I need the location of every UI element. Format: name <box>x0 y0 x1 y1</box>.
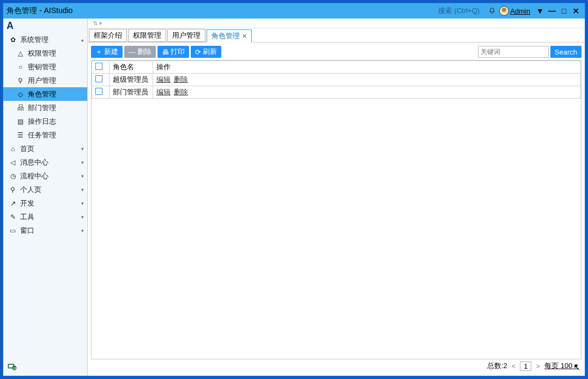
op-cell: 编辑删除 <box>153 74 581 86</box>
print-label: 打印 <box>171 47 185 57</box>
person-icon: ⚲ <box>9 185 17 194</box>
task-icon: ☰ <box>16 131 25 139</box>
win-icon: ▭ <box>9 226 17 234</box>
nav-item-流程中心[interactable]: ◷流程中心▾ <box>3 169 87 183</box>
user-name[interactable]: Admin <box>510 7 530 15</box>
nav-item-消息中心[interactable]: ◁消息中心▾ <box>3 155 87 169</box>
tab-权限管理[interactable]: 权限管理 <box>128 29 166 42</box>
quick-access-strip: ⇅ ▾ <box>88 19 585 28</box>
chevron-icon: ▾ <box>81 173 84 179</box>
table-row: 超级管理员编辑删除 <box>92 74 581 86</box>
nav-item-窗口[interactable]: ▭窗口▾ <box>3 224 87 237</box>
table-row: 部门管理员编辑删除 <box>92 86 581 99</box>
search-button[interactable]: Search <box>550 46 581 58</box>
nav-item-首页[interactable]: ⌂首页▾ <box>3 142 87 155</box>
add-button[interactable]: ＋ 新建 <box>91 46 123 58</box>
bell-icon[interactable] <box>488 7 496 15</box>
delete-link[interactable]: 删除 <box>174 75 188 83</box>
home-icon: ⌂ <box>9 145 17 153</box>
tab-角色管理[interactable]: 角色管理✕ <box>207 29 252 43</box>
lock-icon: △ <box>16 49 25 57</box>
prev-page-button[interactable]: < <box>511 362 517 370</box>
tab-label: 权限管理 <box>133 31 161 40</box>
nav-item-角色管理[interactable]: ◇角色管理 <box>3 87 87 101</box>
dropdown-icon[interactable]: ▼ <box>535 5 545 16</box>
nav-label: 权限管理 <box>28 49 56 58</box>
nav-item-操作日志[interactable]: ▤操作日志 <box>3 115 87 128</box>
add-label: 新建 <box>104 47 118 57</box>
app-window: 角色管理 - AIStudio 搜索 (Ctrl+Q) Admin ▼ — □ … <box>3 3 585 376</box>
svg-text:19: 19 <box>13 366 16 370</box>
nav-item-工具[interactable]: ✎工具▾ <box>3 210 87 224</box>
checkbox-icon[interactable] <box>95 63 102 70</box>
sidebar: A ✿系统管理▴△权限管理○密钥管理⚲用户管理◇角色管理品部门管理▤操作日志☰任… <box>3 19 88 376</box>
print-button[interactable]: 🖶 打印 <box>157 46 189 58</box>
nav-label: 用户管理 <box>28 76 56 86</box>
nav-label: 个人页 <box>20 185 41 195</box>
close-button[interactable]: ✕ <box>571 5 581 16</box>
nav-label: 部门管理 <box>28 103 56 113</box>
content-area: ⇅ ▾ 框架介绍权限管理用户管理角色管理✕ ＋ 新建 — 删除 🖶 打印 <box>88 19 585 376</box>
delete-link[interactable]: 删除 <box>174 88 188 96</box>
op-cell: 编辑删除 <box>153 86 581 99</box>
role-header: 角色名 <box>110 61 153 74</box>
app-logo: A <box>3 19 87 33</box>
maximize-button[interactable]: □ <box>559 5 569 16</box>
nav-label: 工具 <box>20 212 34 222</box>
titlebar: 角色管理 - AIStudio 搜索 (Ctrl+Q) Admin ▼ — □ … <box>3 3 585 19</box>
key-icon: ○ <box>16 63 25 71</box>
window-title: 角色管理 - AIStudio <box>7 6 72 16</box>
nav-label: 流程中心 <box>20 171 49 181</box>
nav-label: 窗口 <box>20 226 34 236</box>
page-number[interactable]: 1 <box>520 362 531 371</box>
edit-link[interactable]: 编辑 <box>156 88 171 96</box>
next-page-button[interactable]: > <box>535 362 541 370</box>
tab-框架介绍[interactable]: 框架介绍 <box>89 29 127 42</box>
total-label: 总数:2 <box>487 361 507 371</box>
nav-item-个人页[interactable]: ⚲个人页▾ <box>3 183 87 196</box>
main-panel: ＋ 新建 — 删除 🖶 打印 ⟳ 刷新 <box>88 43 585 376</box>
role-cell: 部门管理员 <box>110 86 153 99</box>
search-input[interactable] <box>478 46 549 58</box>
chevron-icon: ▾ <box>81 187 84 192</box>
nav-label: 角色管理 <box>28 89 56 99</box>
nav-label: 任务管理 <box>28 130 56 140</box>
chevron-icon: ▾ <box>81 228 84 233</box>
avatar[interactable] <box>499 6 509 16</box>
delete-label: 删除 <box>137 47 151 57</box>
log-icon: ▤ <box>16 117 25 125</box>
nav-item-开发[interactable]: ↗开发▾ <box>3 196 87 210</box>
refresh-label: 刷新 <box>203 47 217 57</box>
org-icon: 品 <box>16 104 25 112</box>
delete-button[interactable]: — 删除 <box>124 46 156 58</box>
minimize-button[interactable]: — <box>547 5 557 16</box>
nav-item-任务管理[interactable]: ☰任务管理 <box>3 128 87 142</box>
refresh-button[interactable]: ⟳ 刷新 <box>191 46 221 58</box>
tab-close-icon[interactable]: ✕ <box>242 33 247 40</box>
nav-item-密钥管理[interactable]: ○密钥管理 <box>3 60 87 74</box>
chevron-icon: ▾ <box>81 160 84 165</box>
data-grid: 角色名 操作 超级管理员编辑删除部门管理员编辑删除 <box>91 60 581 359</box>
nav-item-权限管理[interactable]: △权限管理 <box>3 46 87 60</box>
flow-icon: ◷ <box>9 172 17 180</box>
page-size-selector[interactable]: 每页 100 ▾ <box>544 361 578 371</box>
print-icon: 🖶 <box>162 48 169 56</box>
tab-用户管理[interactable]: 用户管理 <box>167 29 205 42</box>
select-all-header[interactable] <box>92 61 110 74</box>
checkbox-icon[interactable] <box>95 75 102 82</box>
chevron-icon: ▴ <box>81 37 84 43</box>
chevron-icon: ▾ <box>81 214 84 220</box>
row-checkbox-cell[interactable] <box>92 74 110 86</box>
tab-label: 框架介绍 <box>94 31 122 40</box>
global-search-hint[interactable]: 搜索 (Ctrl+Q) <box>438 6 480 16</box>
edit-link[interactable]: 编辑 <box>156 75 171 83</box>
nav-label: 密钥管理 <box>28 62 56 72</box>
tab-label: 用户管理 <box>172 31 201 40</box>
tab-bar: 框架介绍权限管理用户管理角色管理✕ <box>88 28 585 43</box>
checkbox-icon[interactable] <box>95 88 102 95</box>
nav-item-用户管理[interactable]: ⚲用户管理 <box>3 74 87 87</box>
role-cell: 超级管理员 <box>110 74 153 86</box>
nav-item-部门管理[interactable]: 品部门管理 <box>3 101 87 115</box>
row-checkbox-cell[interactable] <box>92 86 110 99</box>
nav-item-系统管理[interactable]: ✿系统管理▴ <box>3 33 87 46</box>
